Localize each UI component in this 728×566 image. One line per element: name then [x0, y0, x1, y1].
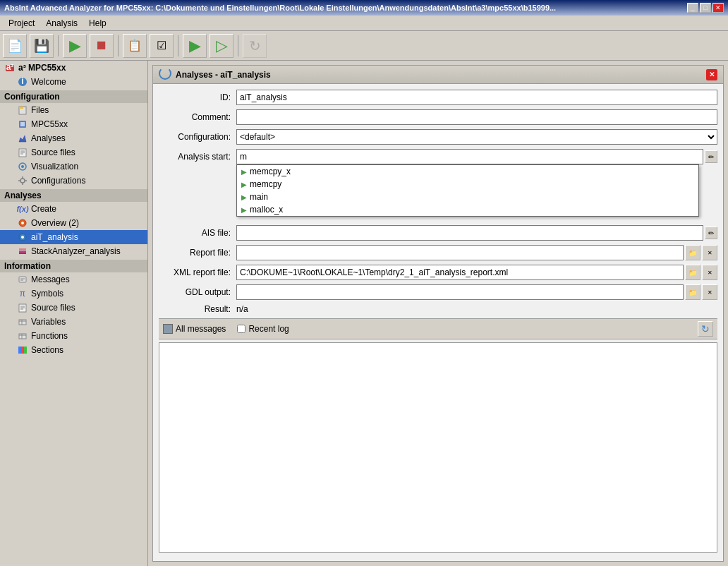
- configuration-select[interactable]: <default>: [236, 129, 717, 145]
- recent-log-label: Recent log: [248, 324, 289, 334]
- menu-bar: Project Analysis Help: [0, 16, 728, 31]
- sidebar-item-variables[interactable]: Variables: [0, 315, 147, 329]
- panel-close-button[interactable]: ✕: [706, 69, 717, 80]
- refresh-icon: ↻: [249, 37, 261, 54]
- ais-file-input[interactable]: [236, 225, 703, 241]
- xml-report-browse-button[interactable]: 📁: [685, 265, 700, 280]
- functions-label: Functions: [31, 331, 68, 341]
- sidebar-item-overview[interactable]: Overview (2): [0, 216, 147, 230]
- svg-rect-36: [19, 334, 26, 339]
- svg-rect-24: [19, 248, 26, 250]
- sidebar: a³ a³ MPC55xx i Welcome Configuration: [0, 61, 148, 566]
- svg-point-13: [21, 165, 24, 168]
- analysis-start-edit-button[interactable]: ✏: [705, 150, 717, 163]
- sidebar-item-symbols[interactable]: π Symbols: [0, 287, 147, 301]
- all-messages-tab[interactable]: All messages: [163, 324, 226, 334]
- analyses-panel: Analyses - aiT_analysis ✕ ID: Comment:: [152, 65, 724, 562]
- ais-file-edit-button[interactable]: ✏: [705, 227, 717, 239]
- panel-spinner-icon: [159, 67, 171, 82]
- source-files2-icon: [17, 302, 28, 313]
- sidebar-item-files[interactable]: Files: [0, 103, 147, 117]
- sidebar-item-mpc55xx[interactable]: MPC55xx: [0, 117, 147, 131]
- messages-refresh-button[interactable]: ↻: [698, 321, 713, 337]
- sidebar-item-sections[interactable]: Sections: [0, 343, 147, 357]
- panel-title: Analyses - aiT_analysis: [176, 70, 271, 80]
- autocomplete-label-malloc-x: malloc_x: [250, 205, 283, 215]
- maximize-button[interactable]: □: [700, 3, 711, 13]
- toolbar-save-button[interactable]: 💾: [30, 34, 54, 58]
- sidebar-item-functions[interactable]: Functions: [0, 329, 147, 343]
- analysis-start-input[interactable]: [236, 149, 703, 164]
- create-label: Create: [31, 204, 56, 214]
- toolbar-play2-button[interactable]: ▷: [210, 34, 233, 58]
- window-title: AbsInt Advanced Analyzer for MPC55xx: C:…: [4, 4, 556, 12]
- autocomplete-item-memcpy[interactable]: ▶ memcpy: [237, 178, 698, 191]
- variables-label: Variables: [31, 317, 66, 327]
- recent-log-tab[interactable]: Recent log: [237, 324, 289, 334]
- recent-log-checkbox[interactable]: [237, 325, 245, 333]
- svg-rect-25: [19, 253, 26, 254]
- sidebar-item-visualization[interactable]: Visualization: [0, 159, 147, 174]
- xml-report-clear-button[interactable]: ✕: [702, 265, 717, 280]
- gdl-output-input[interactable]: [236, 284, 684, 300]
- id-row: ID:: [159, 90, 717, 105]
- stop-icon: ⏹: [95, 38, 108, 53]
- sidebar-item-source-files[interactable]: Source files: [0, 145, 147, 159]
- messages-icon: [17, 274, 28, 285]
- toolbar-play-button[interactable]: ▶: [183, 34, 207, 58]
- panel-header: Analyses - aiT_analysis ✕: [153, 66, 723, 84]
- gdl-output-input-container: 📁 ✕: [236, 284, 717, 300]
- toolbar-list-button[interactable]: 📋: [123, 34, 147, 58]
- source-files-icon: [17, 147, 28, 158]
- toolbar-separator-1: [58, 35, 59, 56]
- report-file-clear-button[interactable]: ✕: [702, 245, 717, 260]
- sidebar-item-messages[interactable]: Messages: [0, 272, 147, 287]
- menu-project[interactable]: Project: [3, 17, 40, 30]
- sidebar-item-source-files2[interactable]: Source files: [0, 301, 147, 315]
- play2-icon: ▷: [216, 37, 228, 55]
- sidebar-configuration-header: Configuration: [0, 90, 147, 103]
- variables-icon: [17, 316, 28, 327]
- autocomplete-item-memcpy-x[interactable]: ▶ memcpy_x: [237, 165, 698, 178]
- sidebar-item-stack-analysis[interactable]: StackAnalyzer_analysis: [0, 244, 147, 258]
- toolbar-checklist-button[interactable]: ☑: [150, 34, 174, 58]
- sidebar-item-configurations[interactable]: Configurations: [0, 174, 147, 188]
- analysis-start-label: Analysis start:: [159, 152, 236, 162]
- toolbar-stop-button[interactable]: ⏹: [90, 34, 114, 58]
- configuration-row: Configuration: <default>: [159, 129, 717, 145]
- xml-report-label: XML report file:: [159, 267, 236, 277]
- main-layout: a³ a³ MPC55xx i Welcome Configuration: [0, 61, 728, 566]
- xml-report-input-container: 📁 ✕: [236, 265, 717, 280]
- configurations-label: Configurations: [31, 176, 85, 186]
- gdl-output-browse-button[interactable]: 📁: [685, 284, 700, 300]
- sidebar-item-ait-analysis[interactable]: aiT_analysis: [0, 230, 147, 244]
- autocomplete-item-malloc-x[interactable]: ▶ malloc_x: [237, 203, 698, 216]
- ais-file-label: AIS file:: [159, 228, 236, 238]
- id-input[interactable]: [236, 90, 717, 105]
- toolbar-run-button[interactable]: ▶: [63, 34, 87, 58]
- menu-help[interactable]: Help: [83, 17, 112, 30]
- symbols-icon: π: [17, 288, 28, 299]
- title-bar: AbsInt Advanced Analyzer for MPC55xx: C:…: [0, 0, 728, 16]
- sidebar-root[interactable]: a³ a³ MPC55xx: [0, 61, 147, 75]
- report-file-browse-button[interactable]: 📁: [685, 245, 700, 260]
- checklist-icon: ☑: [157, 39, 166, 52]
- title-bar-buttons[interactable]: _ □ ✕: [687, 3, 724, 13]
- menu-analysis[interactable]: Analysis: [40, 17, 83, 30]
- autocomplete-item-main[interactable]: ▶ main: [237, 191, 698, 203]
- sidebar-item-create[interactable]: f(x) Create: [0, 202, 147, 216]
- comment-input[interactable]: [236, 109, 717, 125]
- panel-body: ID: Comment: Configuration: <default>: [153, 84, 723, 561]
- sidebar-item-analyses[interactable]: Analyses: [0, 131, 147, 145]
- xml-report-input[interactable]: [236, 265, 684, 280]
- play-icon: ▶: [189, 37, 201, 55]
- report-file-input[interactable]: [236, 245, 684, 260]
- close-button[interactable]: ✕: [712, 3, 724, 13]
- gdl-output-clear-button[interactable]: ✕: [702, 284, 717, 300]
- minimize-button[interactable]: _: [687, 3, 698, 13]
- sidebar-welcome[interactable]: i Welcome: [0, 75, 147, 89]
- toolbar-new-button[interactable]: 📄: [3, 34, 27, 58]
- configuration-label: Configuration:: [159, 132, 236, 142]
- files-icon: [17, 104, 28, 116]
- toolbar-refresh-button[interactable]: ↻: [243, 34, 267, 58]
